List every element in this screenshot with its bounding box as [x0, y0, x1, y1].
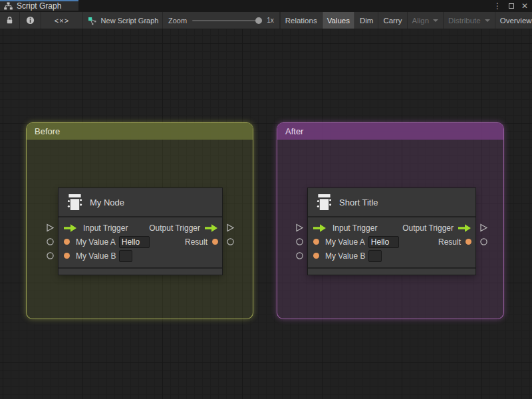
maximize-icon[interactable]: [509, 3, 514, 9]
node-header[interactable]: Short Title: [308, 188, 475, 217]
port-row: My Value B: [308, 249, 475, 263]
port-row: Input Trigger Output Trigger: [308, 221, 475, 235]
tab-bar: Script Graph ⋮ ✕: [0, 0, 532, 12]
zoom-control: Zoom 1x: [163, 12, 280, 29]
node-my-node[interactable]: My Node Input Trigger Output Trigger: [59, 188, 222, 275]
external-flow-port-left[interactable]: [295, 223, 304, 232]
external-value-port-left[interactable]: [46, 251, 55, 260]
port-row: My Value A Result: [308, 235, 475, 249]
zoom-slider-handle[interactable]: [255, 17, 262, 24]
tab-title: Script Graph: [17, 1, 61, 11]
graph-node-icon: [87, 16, 96, 25]
lock-icon: [5, 16, 14, 25]
info-icon: [26, 16, 35, 25]
overview-label: Overview: [500, 17, 532, 25]
port-label: My Value A: [76, 237, 116, 247]
external-flow-port-left[interactable]: [46, 223, 55, 232]
group-after: After Short Title: [277, 123, 503, 319]
relations-label: Relations: [285, 17, 317, 25]
dim-label: Dim: [360, 17, 373, 25]
window-controls: ⋮ ✕: [493, 0, 528, 12]
value-a-field[interactable]: [368, 236, 399, 248]
graph-canvas[interactable]: Before My Node: [0, 29, 532, 399]
group-before: Before My Node: [27, 123, 253, 319]
distribute-label: Distribute: [448, 17, 481, 25]
value-output-port[interactable]: [212, 239, 218, 245]
value-input-port[interactable]: [313, 253, 319, 259]
port-row: My Value A Result: [59, 235, 222, 249]
port-label: Result: [438, 237, 461, 247]
unit-node-icon: [67, 194, 82, 211]
node-footer: [308, 267, 475, 275]
graph-tab-icon: [4, 2, 13, 10]
node-body: Input Trigger Output Trigger My Valu: [59, 217, 222, 267]
port-label: My Value A: [325, 237, 365, 247]
external-value-port-right[interactable]: [226, 237, 235, 246]
zoom-label: Zoom: [168, 17, 187, 25]
flow-input-port[interactable]: [64, 224, 77, 232]
flow-output-port[interactable]: [458, 224, 471, 232]
value-output-port[interactable]: [466, 239, 471, 245]
zoom-slider[interactable]: [192, 20, 261, 21]
flow-output-port[interactable]: [205, 224, 218, 232]
port-label: My Value B: [76, 251, 116, 261]
value-input-port[interactable]: [64, 239, 70, 245]
distribute-button[interactable]: Distribute: [443, 12, 495, 29]
node-title: My Node: [90, 198, 124, 207]
node-short-title[interactable]: Short Title Input Trigger Output Trigger: [308, 188, 475, 275]
chevron-down-icon: [433, 19, 438, 22]
close-icon[interactable]: ✕: [521, 0, 528, 12]
lock-button[interactable]: [0, 12, 20, 29]
code-icon: <×>: [55, 17, 69, 25]
group-before-header[interactable]: Before: [27, 123, 253, 140]
new-script-graph-button[interactable]: New Script Graph: [83, 12, 163, 29]
port-row: Input Trigger Output Trigger: [59, 221, 222, 235]
code-preview-button[interactable]: <×>: [41, 12, 83, 29]
port-label: Input Trigger: [83, 223, 128, 233]
port-label: Output Trigger: [149, 223, 200, 233]
external-flow-port-right[interactable]: [479, 223, 488, 232]
external-value-port-left[interactable]: [295, 237, 304, 246]
align-label: Align: [412, 17, 430, 25]
external-value-port-left[interactable]: [46, 237, 55, 246]
port-label: Result: [185, 237, 207, 247]
tab-script-graph[interactable]: Script Graph: [0, 0, 78, 11]
external-flow-port-right[interactable]: [226, 223, 235, 232]
new-script-graph-label: New Script Graph: [101, 17, 159, 25]
inspect-button[interactable]: [20, 12, 41, 29]
carry-button[interactable]: Carry: [378, 12, 406, 29]
external-value-port-right[interactable]: [479, 237, 488, 246]
group-before-title: Before: [35, 126, 60, 136]
port-label: Output Trigger: [402, 223, 454, 233]
node-footer: [59, 267, 222, 275]
align-button[interactable]: Align: [407, 12, 444, 29]
carry-label: Carry: [383, 17, 402, 25]
dim-button[interactable]: Dim: [354, 12, 378, 29]
value-input-port[interactable]: [313, 239, 319, 245]
port-label: My Value B: [325, 251, 365, 261]
group-after-header[interactable]: After: [277, 123, 503, 140]
value-b-field[interactable]: [368, 250, 382, 262]
node-title: Short Title: [339, 198, 378, 207]
window-menu-icon[interactable]: ⋮: [493, 0, 501, 12]
value-a-field[interactable]: [119, 236, 150, 248]
value-b-field[interactable]: [119, 250, 132, 262]
group-after-title: After: [285, 126, 303, 136]
values-button[interactable]: Values: [322, 12, 354, 29]
script-graph-window: Script Graph ⋮ ✕ <×>: [0, 0, 532, 399]
unit-node-icon: [317, 194, 332, 211]
flow-input-port[interactable]: [313, 224, 327, 232]
graph-toolbar: <×> New Script Graph Zoom 1x Relations V…: [0, 12, 532, 29]
values-label: Values: [327, 17, 350, 25]
node-header[interactable]: My Node: [59, 188, 222, 217]
zoom-value: 1x: [267, 17, 274, 24]
node-body: Input Trigger Output Trigger My Valu: [308, 217, 475, 267]
overview-button[interactable]: Overview: [495, 12, 532, 29]
port-label: Input Trigger: [332, 223, 377, 233]
value-input-port[interactable]: [64, 253, 70, 259]
external-value-port-left[interactable]: [295, 251, 304, 260]
relations-button[interactable]: Relations: [280, 12, 322, 29]
chevron-down-icon: [485, 19, 490, 22]
port-row: My Value B: [59, 249, 222, 263]
